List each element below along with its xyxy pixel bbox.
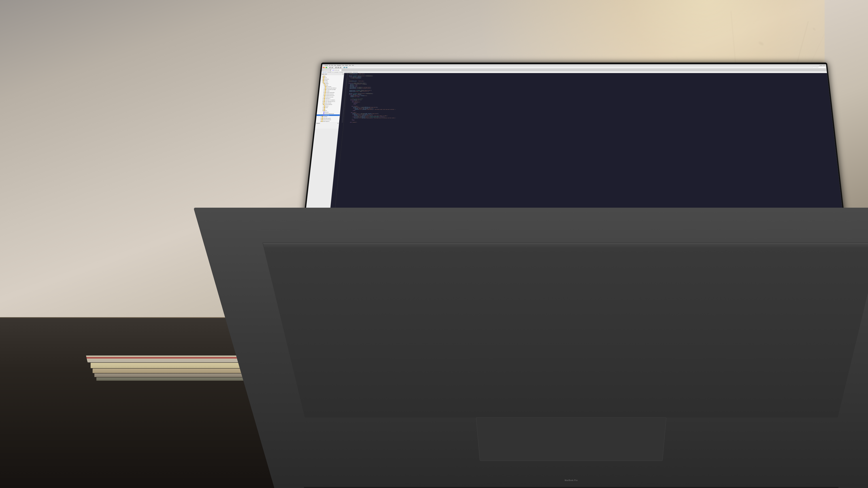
menu-navigation[interactable]: Navigation [337,65,341,66]
tree-label-debug: debug.php [324,112,329,112]
tree-label-acf: acf-accordion [327,86,332,87]
menu-file[interactable]: File [329,65,331,66]
tree-label-lic: charitable-license-server [326,95,335,96]
breadcrumb-item-0[interactable]: public_html [322,72,327,73]
apple-logo-icon:  [323,65,324,66]
tree-label-dc: disable-comments [324,103,332,104]
os-menubar:  Komodo File Edit Code Navigation View … [322,64,827,66]
projects-settings-icon[interactable]: ⚙ [338,123,339,124]
os-menu-right: ▲ ▮▮ 1:48 AM [819,65,825,66]
minimize-button[interactable] [324,67,326,68]
ide-toolbar: Go to Anything [322,66,827,69]
tree-label-er: extended-registration [324,104,332,105]
forward-button[interactable] [332,67,333,68]
battery-icon: ▮▮ [820,65,822,66]
breadcrumb-sep-4: › [344,72,344,73]
tree-label-plugins: plugins [326,85,329,86]
projects-title: Projects [316,123,320,124]
go-to-anything-input[interactable]: Go to Anything [813,67,826,68]
toolbar-sep-3 [342,67,343,68]
tree-label-cf7: contact-form-7 [325,98,331,99]
tree-label-cgi: cgi-bin [324,77,327,78]
tree-label-cart: cart [324,76,326,77]
macbook-pro-label: MacBook Pro [565,479,578,481]
tree-label-cf7db: contact-form-7-to-database... [325,100,336,100]
tab-label: functions.php [334,70,339,71]
laptop:  Komodo File Edit Code Navigation View … [243,24,868,488]
breadcrumb-bar: public_html › wp-content › mu › wp-conte… [321,71,827,73]
tree-label-wp-admin: wp-admin [324,80,328,81]
menu-komodo[interactable]: Komodo [324,65,328,66]
tree-label-views: views [325,110,327,111]
tree-label-amb: charitable-ambassadors [326,92,335,93]
scene:  Komodo File Edit Code Navigation View … [0,0,868,488]
toolbar-search: Go to Anything [813,67,826,68]
menu-help[interactable]: Help [352,65,354,66]
open-file-button[interactable] [335,67,337,68]
tree-label-js: js [325,109,326,109]
tree-label-classes: classes [325,107,328,108]
search-placeholder: Go to Anything [813,67,818,68]
tree-label-acf-pro: advanced-custom-fields-pro [326,88,337,89]
tab-php-icon [333,70,334,70]
breadcrumb-sep-1: › [332,72,332,73]
file-tree-header: public_html ⚙ [321,73,344,75]
tree-label-regen: regenerate-thumbnails [323,119,331,120]
breadcrumb-item-6[interactable]: functions.php [353,72,358,73]
tree-label-charitable: charitable [326,91,330,92]
back-button[interactable] [329,67,331,68]
breadcrumb-sep-3: › [339,72,339,73]
tree-label-custom-reg: custom-registration-form-bu... [325,101,336,102]
clock: 1:48 AM [822,65,825,66]
breadcrumb-sep-0: › [327,72,327,73]
keyboard-area [262,242,868,417]
breadcrumb-item-2[interactable]: mu [332,72,334,73]
tree-label-wp-content: wp-content [324,82,328,83]
menu-edit[interactable]: Edit [331,65,333,66]
line-num-141: 141 [339,122,344,123]
menu-tools[interactable]: Tools [349,65,351,66]
toolbar-sep-1 [328,67,329,68]
tree-label-phpmyadmin: phpmyadmin [324,79,329,80]
laptop-base: MacBook Pro [193,207,868,488]
tab-bar: ≡ functions.php × [322,69,827,71]
close-button[interactable] [322,67,324,68]
projects-header: Projects ⚙ [316,123,339,124]
code-line-141: case 'password': [344,122,832,123]
run-button[interactable] [344,67,345,68]
tree-label-anon: charitable-anonymous [326,94,334,95]
tree-label-backend: backend [325,106,329,107]
menu-view[interactable]: View [342,65,344,66]
debug-button[interactable] [346,67,347,68]
tab-tree-panel[interactable]: ≡ [322,69,331,71]
os-menu-items: Komodo File Edit Code Navigation View Pr… [324,65,354,66]
tree-panel-label: ≡ [323,70,324,71]
breadcrumb-sep-5: › [352,72,353,73]
tree-label-languages: languages [325,83,329,84]
save-all-button[interactable] [340,67,342,68]
breadcrumb-item-1[interactable]: wp-content [328,72,332,73]
tree-item-relative[interactable]: ▶ relative-image-urls [316,121,339,122]
wifi-icon: ▲ [819,65,820,66]
tree-label-functions: functions.php [324,115,329,116]
trackpad[interactable] [476,417,666,461]
breadcrumb-item-3[interactable]: wp-content [335,72,339,73]
tree-label-ls: LayerSlider [323,116,328,117]
menu-project[interactable]: Project [345,65,348,66]
menu-code[interactable]: Code [334,65,336,66]
tree-settings-icon[interactable]: ⚙ [343,73,344,74]
breadcrumb-item-4[interactable]: mu-plugins [339,72,344,73]
breadcrumb-sep-2: › [334,72,334,73]
tree-label-amr: amr-shortcode-any-widget [326,89,336,90]
breadcrumb-item-5[interactable]: extended-registration [344,72,352,73]
file-tree-title: public_html [322,73,327,74]
tab-functions-php[interactable]: functions.php × [331,69,342,71]
tree-label-relative: relative-image-urls [322,121,330,122]
maximize-button[interactable] [326,67,327,68]
save-button[interactable] [337,67,339,68]
projects-panel: Projects ⚙ [315,122,339,129]
tree-label-captcha: really-simple-captcha [323,118,331,119]
tree-label-er-php: extended-registration.php [324,113,334,114]
toolbar-sep-2 [334,67,334,68]
tab-close-button[interactable]: × [340,70,341,71]
